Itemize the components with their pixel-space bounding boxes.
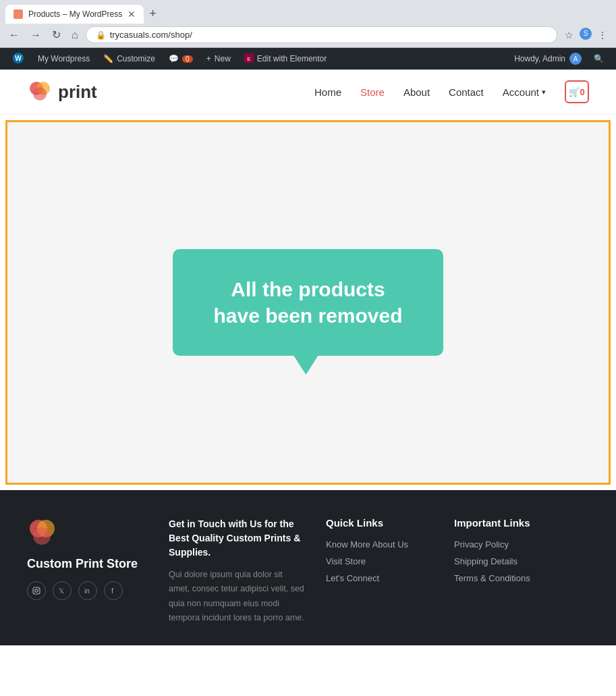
footer-link-privacy[interactable]: Privacy Policy <box>454 539 589 550</box>
site-nav: Home Store About Contact Account ▾ 🛒 0 <box>314 80 589 103</box>
howdy-item[interactable]: Howdy, Admin A <box>509 53 587 65</box>
new-tab-button[interactable]: + <box>146 4 159 24</box>
new-label: New <box>215 54 231 63</box>
bubble-line2: have been removed <box>213 304 402 327</box>
footer-info: Get in Touch with Us for the Best Qualit… <box>169 517 306 625</box>
admin-avatar: A <box>569 53 582 65</box>
footer-desc: Qui dolore ipsum quia dolor sit amet, co… <box>169 568 306 625</box>
address-bar: ← → ↻ ⌂ 🔒 trycasuals.com/shop/ ☆ S ⋮ <box>0 24 616 47</box>
edit-elementor-item[interactable]: E Edit with Elementor <box>237 48 333 70</box>
url-text: trycasuals.com/shop/ <box>110 30 192 40</box>
facebook-icon[interactable]: f <box>104 581 123 600</box>
home-button[interactable]: ⌂ <box>68 27 82 43</box>
speech-bubble: All the products have been removed <box>173 249 443 356</box>
footer-link-shipping[interactable]: Shipping Details <box>454 556 589 566</box>
nav-contact[interactable]: Contact <box>449 86 484 98</box>
footer-brand-name: Custom Print Store <box>27 556 148 572</box>
svg-point-0 <box>14 10 22 18</box>
browser-chrome: Products – My WordPress ✕ + ← → ↻ ⌂ 🔒 tr… <box>0 0 616 48</box>
tab-title: Products – My WordPress <box>28 9 122 19</box>
lock-icon: 🔒 <box>96 30 106 40</box>
edit-elementor-label: Edit with Elementor <box>257 54 327 63</box>
main-content-area: All the products have been removed <box>5 120 611 485</box>
comments-icon: 💬 <box>169 54 179 63</box>
reload-button[interactable]: ↻ <box>49 26 64 43</box>
svg-rect-11 <box>33 587 40 594</box>
star-button[interactable]: ☆ <box>561 28 577 43</box>
elementor-icon: E <box>244 53 254 65</box>
footer-link-visit-store[interactable]: Visit Store <box>326 556 434 566</box>
browser-menu-button[interactable]: ⋮ <box>594 28 611 43</box>
new-item[interactable]: + New <box>200 48 237 70</box>
logo-text: print <box>58 82 97 103</box>
howdy-text: Howdy, Admin <box>514 54 565 63</box>
footer-link-know-more[interactable]: Know More About Us <box>326 539 434 550</box>
search-icon: 🔍 <box>594 54 604 63</box>
my-wordpress-label: My Wordpress <box>38 54 90 63</box>
nav-store[interactable]: Store <box>360 86 385 98</box>
logo-icon <box>27 79 53 105</box>
cart-icon: 🛒 <box>569 87 580 97</box>
customize-item[interactable]: ✏️ Customize <box>96 48 162 70</box>
logo-area[interactable]: print <box>27 79 97 105</box>
tab-close-button[interactable]: ✕ <box>128 9 136 20</box>
comments-badge: 0 <box>182 55 193 63</box>
important-links-title: Important Links <box>454 517 589 529</box>
wp-logo-item[interactable]: W <box>5 48 31 70</box>
bubble-line1: All the products <box>231 278 385 300</box>
svg-text:𝕏: 𝕏 <box>59 587 64 595</box>
search-item[interactable]: 🔍 <box>587 48 611 70</box>
footer-link-terms[interactable]: Terms & Conditions <box>454 573 589 583</box>
svg-point-7 <box>33 87 47 101</box>
url-bar[interactable]: 🔒 trycasuals.com/shop/ <box>86 26 557 43</box>
linkedin-icon[interactable]: in <box>78 581 97 600</box>
account-chevron-icon: ▾ <box>542 88 546 97</box>
active-tab[interactable]: Products – My WordPress ✕ <box>5 5 144 24</box>
footer-link-connect[interactable]: Let's Connect <box>326 573 434 583</box>
site-footer: Custom Print Store 𝕏 in f Get in Touch w… <box>0 490 616 645</box>
site-header: print Home Store About Contact Account ▾… <box>0 70 616 115</box>
wordpress-icon: W <box>12 52 24 66</box>
back-button[interactable]: ← <box>5 27 23 43</box>
svg-point-12 <box>35 589 38 592</box>
customize-icon: ✏️ <box>103 54 113 63</box>
instagram-icon[interactable] <box>27 581 46 600</box>
twitter-icon[interactable]: 𝕏 <box>53 581 72 600</box>
browser-actions: ☆ S ⋮ <box>561 28 611 43</box>
footer-logo-icon <box>27 517 57 547</box>
quick-links-title: Quick Links <box>326 517 434 529</box>
footer-tagline: Get in Touch with Us for the Best Qualit… <box>169 517 306 560</box>
svg-text:f: f <box>111 587 114 595</box>
tab-favicon <box>13 9 23 19</box>
tab-bar: Products – My WordPress ✕ + <box>0 0 616 24</box>
my-wordpress-item[interactable]: My Wordpress <box>31 48 96 70</box>
footer-social: 𝕏 in f <box>27 581 148 600</box>
footer-quick-links: Quick Links Know More About Us Visit Sto… <box>326 517 434 625</box>
svg-point-13 <box>38 589 38 589</box>
cart-count: 0 <box>580 87 584 97</box>
svg-point-10 <box>33 527 51 545</box>
bubble-text: All the products have been removed <box>213 276 402 329</box>
nav-about[interactable]: About <box>403 86 430 98</box>
svg-text:E: E <box>247 56 250 62</box>
cart-button[interactable]: 🛒 0 <box>565 80 589 103</box>
forward-button[interactable]: → <box>27 27 45 43</box>
nav-home[interactable]: Home <box>314 86 341 98</box>
wp-admin-bar: W My Wordpress ✏️ Customize 💬 0 + New E … <box>0 48 616 70</box>
footer-important-links: Important Links Privacy Policy Shipping … <box>454 517 589 625</box>
footer-grid: Custom Print Store 𝕏 in f Get in Touch w… <box>27 517 589 625</box>
browser-profile-avatar[interactable]: S <box>580 28 592 40</box>
new-icon: + <box>206 54 211 63</box>
customize-label: Customize <box>117 54 155 63</box>
svg-text:in: in <box>84 587 90 595</box>
nav-account[interactable]: Account ▾ <box>503 86 546 98</box>
svg-text:W: W <box>15 55 22 62</box>
footer-brand: Custom Print Store 𝕏 in f <box>27 517 148 625</box>
comments-item[interactable]: 💬 0 <box>162 48 200 70</box>
nav-account-label[interactable]: Account <box>503 86 539 98</box>
